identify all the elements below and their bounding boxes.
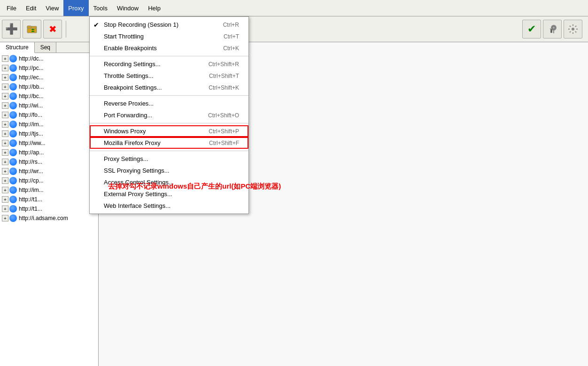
- windows-proxy-label: Windows Proxy: [104, 128, 146, 135]
- separator4: [90, 151, 248, 151]
- port-forwarding-label: Port Forwarding...: [104, 112, 152, 119]
- proxy-settings-label: Proxy Settings...: [104, 155, 148, 162]
- menu-access-control[interactable]: Access Control Settings...: [90, 176, 248, 188]
- mozilla-proxy-label: Mozilla Firefox Proxy: [104, 139, 161, 146]
- menu-port-forwarding[interactable]: Port Forwarding... Ctrl+Shift+O: [90, 109, 248, 121]
- menu-ssl-proxying[interactable]: SSL Proxying Settings...: [90, 165, 248, 176]
- reverse-proxies-label: Reverse Proxies...: [104, 100, 154, 107]
- menu-web-interface[interactable]: Web Interface Settings...: [90, 200, 248, 212]
- breakpoint-settings-shortcut: Ctrl+Shift+K: [194, 84, 239, 91]
- recording-settings-label: Recording Settings...: [104, 61, 161, 68]
- start-throttling-shortcut: Ctrl+T: [209, 33, 239, 40]
- menu-throttle-settings[interactable]: Throttle Settings... Ctrl+Shift+T: [90, 70, 248, 82]
- separator1: [90, 56, 248, 56]
- separator2: [90, 95, 248, 96]
- enable-breakpoints-shortcut: Ctrl+K: [209, 45, 239, 52]
- enable-breakpoints-label: Enable Breakpoints: [104, 45, 157, 52]
- separator3: [90, 123, 248, 123]
- menu-proxy-settings[interactable]: Proxy Settings...: [90, 153, 248, 165]
- dropdown-overlay[interactable]: ✔ Stop Recording (Session 1) Ctrl+R Star…: [0, 0, 588, 366]
- mozilla-proxy-shortcut: Ctrl+Shift+F: [195, 140, 239, 146]
- checkmark-icon: ✔: [93, 21, 99, 29]
- menu-external-proxy[interactable]: External Proxy Settings...: [90, 188, 248, 200]
- start-throttling-label: Start Throttling: [104, 33, 144, 40]
- throttle-settings-shortcut: Ctrl+Shift+T: [195, 73, 239, 79]
- recording-settings-shortcut: Ctrl+Shift+R: [194, 61, 239, 68]
- breakpoint-settings-label: Breakpoint Settings...: [104, 84, 162, 91]
- menu-breakpoint-settings[interactable]: Breakpoint Settings... Ctrl+Shift+K: [90, 82, 248, 93]
- windows-proxy-shortcut: Ctrl+Shift+P: [194, 128, 239, 135]
- port-forwarding-shortcut: Ctrl+Shift+O: [194, 112, 239, 119]
- menu-windows-proxy[interactable]: Windows Proxy Ctrl+Shift+P: [90, 125, 248, 137]
- menu-start-throttling[interactable]: Start Throttling Ctrl+T: [90, 30, 248, 42]
- stop-recording-shortcut: Ctrl+R: [209, 22, 239, 28]
- menu-mozilla-proxy[interactable]: Mozilla Firefox Proxy Ctrl+Shift+F: [90, 137, 248, 149]
- menu-enable-breakpoints[interactable]: Enable Breakpoints Ctrl+K: [90, 42, 248, 54]
- external-proxy-label: External Proxy Settings...: [104, 191, 172, 198]
- proxy-dropdown-menu: ✔ Stop Recording (Session 1) Ctrl+R Star…: [89, 16, 249, 214]
- menu-stop-recording[interactable]: ✔ Stop Recording (Session 1) Ctrl+R: [90, 19, 248, 30]
- ssl-proxying-label: SSL Proxying Settings...: [104, 167, 170, 174]
- throttle-settings-label: Throttle Settings...: [104, 72, 154, 79]
- access-control-label: Access Control Settings...: [104, 179, 174, 186]
- menu-reverse-proxies[interactable]: Reverse Proxies...: [90, 98, 248, 109]
- menu-recording-settings[interactable]: Recording Settings... Ctrl+Shift+R: [90, 58, 248, 70]
- stop-recording-label: Stop Recording (Session 1): [104, 21, 178, 28]
- web-interface-label: Web Interface Settings...: [104, 202, 170, 209]
